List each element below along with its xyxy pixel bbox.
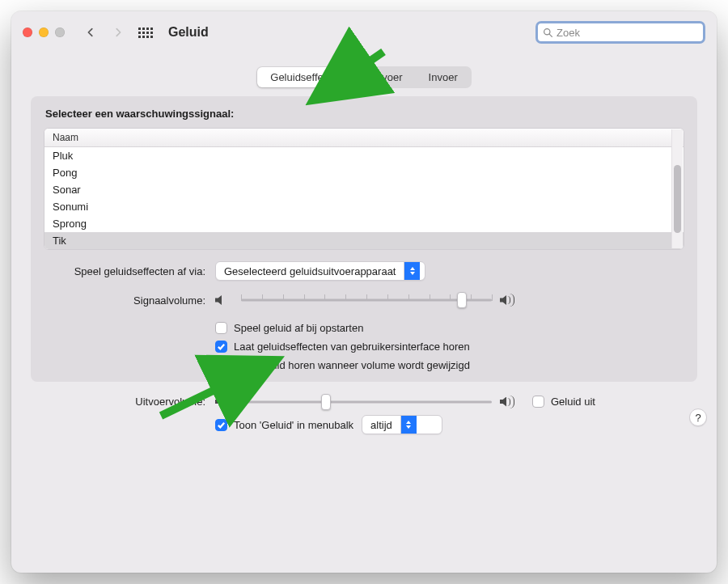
speaker-low-icon (215, 293, 233, 307)
alert-sound-scrollbar[interactable] (671, 129, 683, 248)
chevron-right-icon (112, 27, 124, 38)
alert-sound-row[interactable]: Sonar (44, 181, 684, 198)
tab-sound-effects[interactable]: Geluidseffecten (257, 67, 356, 87)
menubar-mode-value: altijd (362, 419, 400, 431)
alert-sound-table[interactable]: Naam Pluk Pong Sonar Sonumi Sprong Tik (44, 128, 684, 250)
checkbox-play-on-startup-label: Speel geluid af bij opstarten (234, 322, 363, 334)
checkbox-ui-sound-effects-label: Laat geluidseffecten van gebruikersinter… (234, 341, 470, 353)
alert-sound-row[interactable]: Sprong (44, 215, 684, 232)
speaker-low-icon (215, 395, 233, 409)
checkbox-play-on-startup[interactable] (215, 322, 227, 334)
window-controls (23, 28, 65, 37)
alert-sound-row[interactable]: Sonumi (44, 198, 684, 215)
select-stepper-icon (404, 262, 420, 280)
checkbox-mute[interactable] (532, 396, 544, 408)
tabs-row: Geluidseffecten Uitvoer Invoer (11, 53, 717, 96)
alert-sound-title: Selecteer een waarschuwingssignaal: (45, 108, 684, 120)
minimize-window-button[interactable] (39, 28, 49, 37)
alert-sound-column-header: Naam (44, 129, 684, 147)
play-effects-via-select[interactable]: Geselecteerd geluidsuitvoerapparaat (215, 261, 425, 281)
svg-line-1 (549, 34, 552, 36)
show-all-prefs-button[interactable] (136, 23, 155, 42)
tab-input[interactable]: Invoer (416, 67, 471, 87)
checkbox-show-in-menubar-label: Toon 'Geluid' in menubalk (234, 419, 353, 431)
alert-volume-label: Signaalvolume: (44, 294, 205, 307)
speaker-high-icon (500, 395, 518, 409)
sound-prefpane-window: Geluid Geluidseffecten Uitvoer Invoer Se… (11, 11, 717, 573)
speaker-high-icon (500, 293, 518, 307)
forward-button (108, 23, 128, 42)
alert-sound-row[interactable]: Pong (44, 164, 684, 181)
help-button[interactable]: ? (689, 408, 707, 426)
alert-sound-list[interactable]: Pluk Pong Sonar Sonumi Sprong Tik (44, 147, 684, 249)
back-button[interactable] (81, 23, 100, 42)
alert-volume-slider[interactable] (241, 292, 492, 308)
chevron-left-icon (85, 27, 96, 38)
output-section: Uitvoervolume: Geluid uit (44, 393, 684, 434)
checkbox-ui-sound-effects[interactable] (215, 341, 227, 353)
tabs-segmented-control: Geluidseffecten Uitvoer Invoer (256, 66, 471, 88)
window-title: Geluid (168, 25, 209, 40)
tab-output[interactable]: Uitvoer (356, 67, 415, 87)
search-field[interactable] (535, 21, 705, 44)
search-input[interactable] (557, 27, 698, 39)
play-effects-via-label: Speel geluidseffecten af via: (44, 265, 205, 277)
output-volume-slider[interactable] (241, 394, 492, 410)
search-icon (543, 28, 553, 38)
window-toolbar: Geluid (11, 11, 717, 53)
checkbox-show-in-menubar[interactable] (215, 419, 227, 431)
play-effects-via-value: Geselecteerd geluidsuitvoerapparaat (216, 265, 404, 277)
zoom-window-button (55, 28, 65, 37)
checkbox-volume-feedback-label: Laat geluid horen wanneer volume wordt g… (234, 359, 470, 371)
scrollbar-thumb[interactable] (674, 165, 681, 233)
sound-effects-panel: Selecteer een waarschuwingssignaal: Naam… (31, 96, 697, 382)
alert-sound-row[interactable]: Tik (44, 232, 684, 249)
checkbox-mute-label: Geluid uit (551, 396, 595, 408)
output-volume-label: Uitvoervolume: (44, 396, 205, 408)
checkbox-volume-feedback[interactable] (215, 359, 227, 371)
close-window-button[interactable] (23, 28, 32, 37)
alert-sound-row[interactable]: Pluk (44, 147, 684, 164)
menubar-mode-select[interactable]: altijd (362, 415, 442, 434)
select-stepper-icon (400, 416, 417, 434)
